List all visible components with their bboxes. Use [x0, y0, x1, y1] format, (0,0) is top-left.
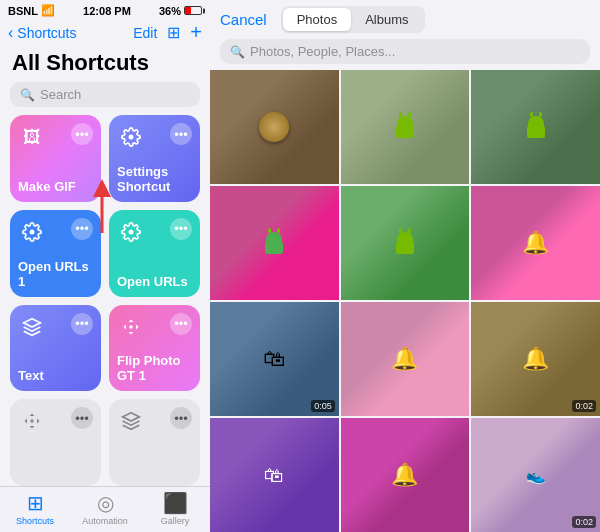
carrier-label: BSNL	[8, 5, 38, 17]
back-button[interactable]: ‹ Shortcuts	[8, 24, 76, 42]
card-top-row: •••	[117, 218, 192, 246]
time-label: 12:08 PM	[83, 5, 131, 17]
tab-automation[interactable]: ◎ Automation	[70, 491, 140, 526]
shortcut-open-urls[interactable]: ••• Open URLs	[109, 210, 200, 297]
right-tabs: Photos Albums	[281, 6, 425, 33]
card-icon-bottom2	[117, 407, 145, 435]
page-title: All Shortcuts	[0, 48, 210, 82]
photo-cell[interactable]: 🛍 0:05	[210, 302, 339, 416]
shortcut-bottom2[interactable]: •••	[109, 399, 200, 486]
right-nav: Cancel Photos Albums	[210, 0, 600, 37]
photo-inner: 🔔	[471, 302, 600, 416]
shortcuts-tab-icon: ⊞	[27, 491, 44, 515]
card-top-row: 🖼 •••	[18, 123, 93, 151]
shortcut-flip[interactable]: ••• Flip Photo GT 1	[109, 305, 200, 392]
photo-cell[interactable]	[341, 186, 470, 300]
photo-cell[interactable]: 🔔	[471, 186, 600, 300]
card-icon-settings	[117, 123, 145, 151]
right-panel: Cancel Photos Albums 🔍 Photos, People, P…	[210, 0, 600, 532]
search-icon: 🔍	[20, 88, 35, 102]
shortcut-make-gif[interactable]: 🖼 ••• Make GIF	[10, 115, 101, 202]
photo-inner	[341, 186, 470, 300]
card-top-row: •••	[18, 313, 93, 341]
svg-point-4	[30, 420, 33, 423]
card-more-flip[interactable]: •••	[170, 313, 192, 335]
photo-inner: 🛍	[210, 418, 339, 532]
left-panel: BSNL 📶 12:08 PM 36% ‹ Shortcuts Edit ⊞ +…	[0, 0, 210, 532]
battery-percent: 36%	[159, 5, 181, 17]
wifi-icon: 📶	[41, 4, 55, 17]
card-icon-open-urls	[117, 218, 145, 246]
card-top-row: •••	[18, 407, 93, 435]
photo-cell[interactable]: 🔔	[341, 302, 470, 416]
search-bar[interactable]: 🔍 Search	[10, 82, 200, 107]
battery-fill	[185, 7, 191, 14]
photo-inner	[341, 70, 470, 184]
card-more-bottom1[interactable]: •••	[71, 407, 93, 429]
battery-icon	[184, 6, 202, 15]
add-button[interactable]: +	[190, 21, 202, 44]
video-duration-badge: 0:02	[572, 400, 596, 412]
status-left: BSNL 📶	[8, 4, 55, 17]
card-more-make-gif[interactable]: •••	[71, 123, 93, 145]
search-placeholder: Search	[40, 87, 81, 102]
back-label: Shortcuts	[17, 25, 76, 41]
card-label-make-gif: Make GIF	[18, 175, 93, 194]
card-top-row: •••	[117, 123, 192, 151]
photo-inner: 🛍	[210, 302, 339, 416]
gallery-tab-label: Gallery	[161, 516, 190, 526]
photo-cell[interactable]	[471, 70, 600, 184]
photo-cell[interactable]	[341, 70, 470, 184]
photo-inner: 🔔	[471, 186, 600, 300]
card-more-text[interactable]: •••	[71, 313, 93, 335]
bell-icon: 🔔	[391, 346, 418, 372]
shortcut-open-urls1[interactable]: ••• Open URLs 1	[10, 210, 101, 297]
card-top-row: •••	[18, 218, 93, 246]
shortcut-text[interactable]: ••• Text	[10, 305, 101, 392]
photo-cell[interactable]: 🔔	[341, 418, 470, 532]
card-icon-make-gif: 🖼	[18, 123, 46, 151]
android-figure	[527, 116, 545, 138]
photo-cell[interactable]	[210, 70, 339, 184]
shortcut-bottom1[interactable]: •••	[10, 399, 101, 486]
bell-icon: 🔔	[391, 462, 418, 488]
card-icon-flip	[117, 313, 145, 341]
shortcut-settings[interactable]: ••• Settings Shortcut	[109, 115, 200, 202]
video-duration-badge: 0:02	[572, 516, 596, 528]
shortcuts-grid: 🖼 ••• Make GIF ••• Settings Shortcut •••…	[0, 115, 210, 486]
automation-tab-icon: ◎	[97, 491, 114, 515]
photo-cell[interactable]: 👟 0:02	[471, 418, 600, 532]
card-top-row: •••	[117, 313, 192, 341]
tab-shortcuts[interactable]: ⊞ Shortcuts	[0, 491, 70, 526]
photo-cell[interactable]	[210, 186, 339, 300]
card-more-open-urls1[interactable]: •••	[71, 218, 93, 240]
card-label-text: Text	[18, 364, 93, 383]
svg-point-0	[129, 135, 134, 140]
tab-albums[interactable]: Albums	[351, 8, 422, 31]
card-more-settings[interactable]: •••	[170, 123, 192, 145]
bell-icon: 🔔	[522, 346, 549, 372]
edit-button[interactable]: Edit	[133, 25, 157, 41]
cancel-button[interactable]: Cancel	[220, 11, 267, 28]
photo-inner	[471, 70, 600, 184]
card-label-open-urls1: Open URLs 1	[18, 255, 93, 289]
chevron-left-icon: ‹	[8, 24, 13, 42]
grid-icon[interactable]: ⊞	[167, 23, 180, 42]
search-icon: 🔍	[230, 45, 245, 59]
automation-tab-label: Automation	[82, 516, 128, 526]
photo-cell[interactable]: 🛍	[210, 418, 339, 532]
tab-photos[interactable]: Photos	[283, 8, 351, 31]
card-more-open-urls[interactable]: •••	[170, 218, 192, 240]
card-more-bottom2[interactable]: •••	[170, 407, 192, 429]
right-search-bar[interactable]: 🔍 Photos, People, Places...	[220, 39, 590, 64]
tab-gallery[interactable]: ⬛ Gallery	[140, 491, 210, 526]
shortcuts-tab-label: Shortcuts	[16, 516, 54, 526]
photo-cell[interactable]: 🔔 0:02	[471, 302, 600, 416]
card-icon-bottom1	[18, 407, 46, 435]
nav-bar: ‹ Shortcuts Edit ⊞ +	[0, 19, 210, 48]
status-right: 36%	[159, 5, 202, 17]
photo-inner: 👟	[471, 418, 600, 532]
android-figure	[396, 232, 414, 254]
card-label-open-urls: Open URLs	[117, 270, 192, 289]
card-icon-open-urls1	[18, 218, 46, 246]
